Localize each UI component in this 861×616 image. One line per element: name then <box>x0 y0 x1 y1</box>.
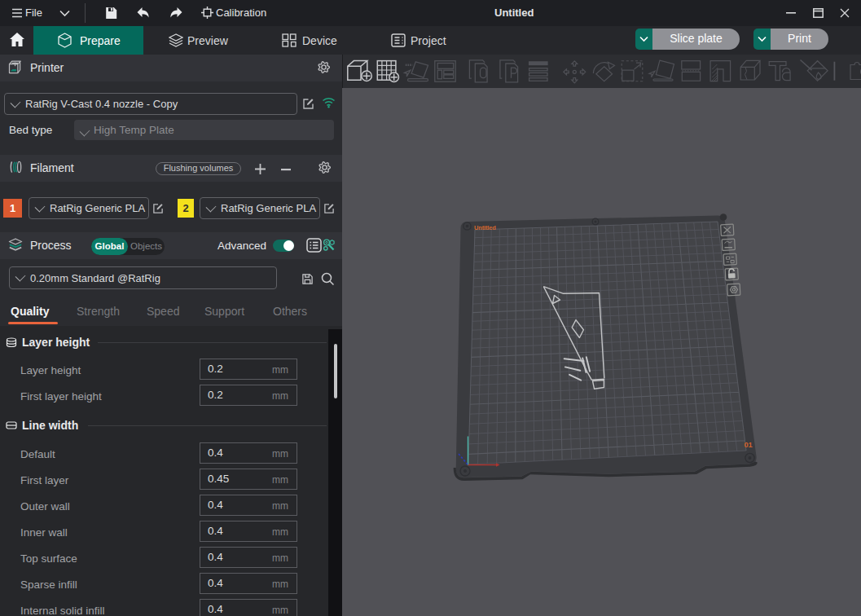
svg-text:01: 01 <box>745 441 753 449</box>
svg-text:Untitled: Untitled <box>474 224 496 231</box>
